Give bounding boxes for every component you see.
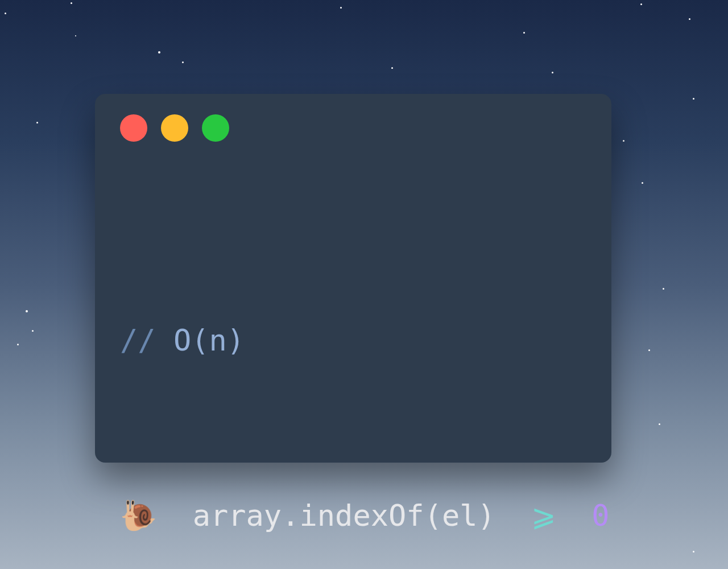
star-icon <box>182 61 184 63</box>
code-line-comment-on: // O(n) <box>120 319 586 362</box>
code-content: // O(n) 🐌 array.indexOf(el) ⩾ 0 // O(1) … <box>120 187 586 569</box>
star-icon <box>663 288 664 290</box>
star-icon <box>689 18 690 20</box>
space <box>495 498 531 533</box>
star-icon <box>648 349 650 351</box>
star-icon <box>26 310 28 312</box>
star-icon <box>32 330 34 332</box>
star-icon <box>391 67 393 69</box>
method-indexof: indexOf <box>299 498 424 533</box>
code-line-array-indexof: 🐌 array.indexOf(el) ⩾ 0 <box>120 494 586 538</box>
star-icon <box>623 140 624 142</box>
star-icon <box>71 2 72 4</box>
star-icon <box>36 122 38 123</box>
code-window: // O(n) 🐌 array.indexOf(el) ⩾ 0 // O(1) … <box>95 94 611 463</box>
star-icon <box>340 7 342 9</box>
star-icon <box>5 13 6 14</box>
star-icon <box>552 72 553 73</box>
operator-gte: ⩾ <box>531 498 556 533</box>
number-zero: 0 <box>592 498 609 533</box>
star-icon <box>659 423 660 425</box>
identifier-el: el <box>442 498 478 533</box>
star-icon <box>158 51 160 53</box>
star-icon <box>640 3 642 5</box>
star-icon <box>17 344 19 345</box>
zoom-icon[interactable] <box>202 114 229 142</box>
snail-icon: 🐌 <box>120 499 157 532</box>
traffic-lights <box>120 114 586 142</box>
minimize-icon[interactable] <box>161 114 188 142</box>
dot: . <box>282 498 299 533</box>
star-icon <box>523 32 525 34</box>
identifier-array: array <box>193 498 282 533</box>
space <box>556 498 592 533</box>
star-icon <box>693 98 694 100</box>
comment-slash: // <box>120 323 173 357</box>
space <box>157 498 193 533</box>
star-icon <box>75 35 76 36</box>
star-icon <box>642 182 643 184</box>
comment-text: O(n) <box>173 323 245 357</box>
close-icon[interactable] <box>120 114 147 142</box>
paren-open: ( <box>424 498 442 533</box>
star-icon <box>693 551 694 552</box>
paren-close: ) <box>478 498 495 533</box>
